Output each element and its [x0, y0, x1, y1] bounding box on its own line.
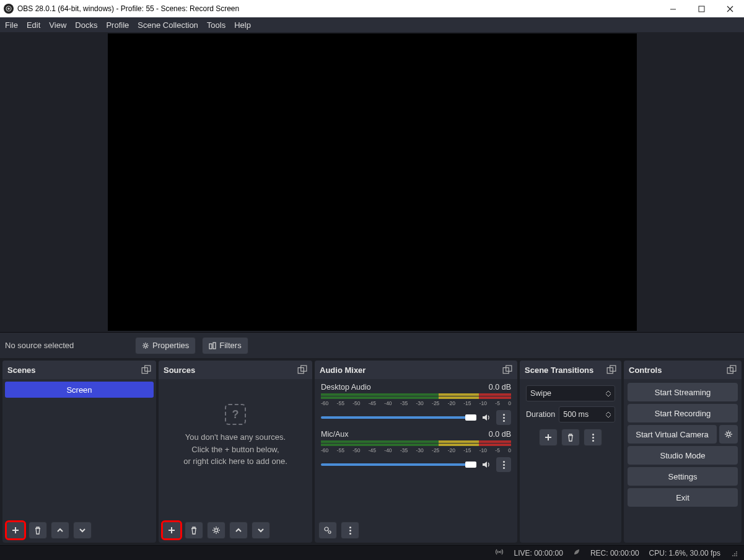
audio-meter — [321, 440, 511, 443]
filters-button[interactable]: Filters — [202, 337, 248, 354]
close-button[interactable] — [716, 0, 744, 17]
volume-slider[interactable] — [321, 463, 476, 466]
undock-icon[interactable] — [297, 365, 307, 375]
maximize-button[interactable] — [687, 0, 716, 17]
add-source-button[interactable] — [162, 522, 181, 539]
menu-profile[interactable]: Profile — [106, 20, 129, 30]
transition-select[interactable]: Swipe — [526, 385, 615, 401]
audio-title: Audio Mixer — [320, 365, 365, 375]
svg-point-32 — [736, 553, 737, 554]
audio-ticks: -60-55-50-45-40-35-30-25-20-15-10-50 — [321, 447, 511, 453]
audio-menu-button[interactable] — [496, 410, 511, 425]
spinner-arrows-icon — [606, 411, 611, 418]
audio-options-button[interactable] — [341, 522, 359, 539]
window-titlebar: OBS 28.0.1 (64-bit, windows) - Profile: … — [0, 0, 744, 17]
remove-scene-button[interactable] — [28, 522, 47, 539]
source-toolbar: No source selected Properties Filters — [0, 332, 744, 358]
audio-meter — [321, 396, 511, 399]
virtual-camera-settings-button[interactable] — [719, 425, 738, 444]
source-up-button[interactable] — [229, 522, 248, 539]
chevron-up-icon — [56, 527, 64, 534]
audio-channel-name: Desktop Audio — [321, 383, 371, 392]
exit-button[interactable]: Exit — [628, 488, 738, 507]
transitions-title: Scene Transitions — [525, 365, 593, 375]
remove-transition-button[interactable] — [561, 429, 580, 446]
svg-point-29 — [499, 551, 500, 553]
gear-icon — [724, 430, 733, 439]
resize-grip-icon[interactable] — [730, 549, 738, 557]
scene-item[interactable]: Screen — [5, 382, 154, 398]
menu-view[interactable]: View — [49, 20, 66, 30]
start-recording-button[interactable]: Start Recording — [628, 404, 738, 422]
source-selection-label: No source selected — [5, 341, 129, 350]
add-scene-button[interactable] — [6, 522, 25, 539]
source-down-button[interactable] — [252, 522, 270, 539]
duration-spinner[interactable]: 500 ms — [559, 406, 615, 422]
volume-slider[interactable] — [321, 416, 476, 419]
speaker-icon[interactable] — [480, 411, 492, 424]
svg-point-35 — [736, 551, 737, 553]
scene-down-button[interactable] — [73, 522, 92, 539]
source-properties-button[interactable] — [207, 522, 225, 539]
sources-empty-state: ? You don't have any sources. Click the … — [159, 404, 312, 468]
scenes-title: Scenes — [7, 365, 36, 375]
audio-channel: Mic/Aux 0.0 dB -60-55-50-45-40-35-30-25-… — [315, 426, 517, 473]
audio-meter — [321, 393, 511, 396]
sources-list[interactable]: ? You don't have any sources. Click the … — [159, 379, 312, 518]
leaf-icon — [573, 548, 580, 558]
undock-icon[interactable] — [606, 365, 616, 375]
plus-icon — [11, 526, 20, 535]
audio-menu-button[interactable] — [496, 457, 511, 472]
window-title: OBS 28.0.1 (64-bit, windows) - Profile: … — [17, 4, 239, 13]
studio-mode-button[interactable]: Studio Mode — [628, 446, 738, 465]
menu-scene-collection[interactable]: Scene Collection — [138, 20, 198, 30]
svg-point-20 — [325, 527, 328, 531]
svg-point-28 — [727, 433, 730, 436]
preview-canvas[interactable] — [108, 33, 637, 331]
settings-button[interactable]: Settings — [628, 467, 738, 486]
broadcast-icon — [495, 548, 504, 558]
audio-meter — [321, 444, 511, 446]
scenes-panel: Scenes Screen — [2, 361, 156, 543]
undock-icon[interactable] — [141, 365, 151, 375]
scene-up-button[interactable] — [51, 522, 69, 539]
speaker-icon[interactable] — [480, 458, 492, 471]
audio-channel-db: 0.0 dB — [489, 383, 511, 392]
start-virtual-camera-button[interactable]: Start Virtual Camera — [628, 425, 717, 444]
advanced-audio-button[interactable] — [318, 522, 337, 539]
svg-point-34 — [734, 553, 735, 554]
undock-icon[interactable] — [727, 365, 737, 375]
trash-icon — [566, 433, 575, 442]
audio-channel-name: Mic/Aux — [321, 430, 348, 439]
gear-icon — [212, 526, 221, 535]
dots-vertical-icon — [592, 434, 594, 442]
controls-panel: Controls Start Streaming Start Recording… — [624, 361, 742, 543]
select-chevrons-icon — [606, 390, 611, 397]
status-bar: LIVE: 00:00:00 REC: 00:00:00 CPU: 1.6%, … — [0, 545, 744, 560]
remove-source-button[interactable] — [185, 522, 203, 539]
svg-point-1 — [7, 7, 10, 10]
question-icon: ? — [225, 404, 246, 425]
minimize-button[interactable] — [659, 0, 687, 17]
svg-rect-3 — [699, 6, 704, 12]
filters-icon — [209, 342, 216, 349]
svg-point-17 — [215, 529, 218, 532]
sources-panel: Sources ? You don't have any sources. Cl… — [159, 361, 312, 543]
add-transition-button[interactable] — [539, 429, 558, 446]
preview-area — [0, 32, 744, 332]
properties-button[interactable]: Properties — [135, 337, 196, 354]
status-cpu: CPU: 1.6%, 30.00 fps — [649, 549, 720, 558]
menu-help[interactable]: Help — [234, 20, 251, 30]
transition-options-button[interactable] — [584, 429, 602, 446]
scenes-list[interactable]: Screen — [2, 379, 156, 518]
menu-docks[interactable]: Docks — [75, 20, 97, 30]
chevron-up-icon — [235, 527, 242, 534]
menu-tools[interactable]: Tools — [207, 20, 225, 30]
start-streaming-button[interactable]: Start Streaming — [628, 383, 738, 401]
undock-icon[interactable] — [502, 365, 512, 375]
menu-edit[interactable]: Edit — [27, 20, 40, 30]
menu-file[interactable]: File — [5, 20, 18, 30]
chevron-down-icon — [257, 527, 265, 534]
svg-point-30 — [736, 555, 737, 556]
svg-point-31 — [734, 555, 735, 556]
